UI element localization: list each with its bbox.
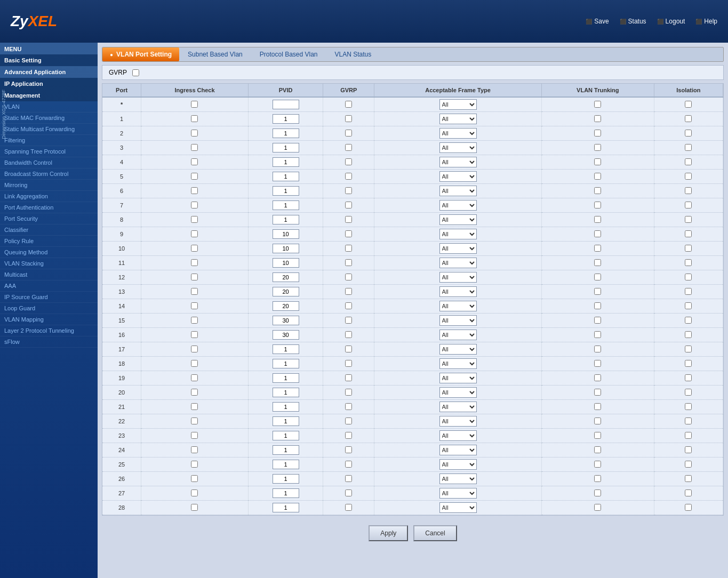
aft-select[interactable]: AllTagged onlyUntagged only <box>439 373 477 383</box>
sidebar-item-filtering[interactable]: Filtering <box>0 135 98 146</box>
aft-select[interactable]: AllTagged onlyUntagged only <box>439 430 477 441</box>
sidebar-item-static-multicast[interactable]: Static Multicast Forwarding <box>0 124 98 135</box>
section-basic[interactable]: Basic Setting <box>0 54 98 66</box>
aft-select[interactable]: AllTagged onlyUntagged only <box>439 445 477 455</box>
vlan-trunking-checkbox[interactable] <box>594 317 601 324</box>
vlan-trunking-checkbox[interactable] <box>594 461 601 468</box>
gvrp-row-checkbox[interactable] <box>345 216 352 223</box>
gvrp-row-checkbox[interactable] <box>345 403 352 410</box>
save-link[interactable]: Save <box>586 18 609 25</box>
gvrp-row-checkbox[interactable] <box>345 101 352 108</box>
vlan-trunking-checkbox[interactable] <box>594 259 601 266</box>
gvrp-row-checkbox[interactable] <box>345 446 352 453</box>
gvrp-row-checkbox[interactable] <box>345 489 352 496</box>
isolation-checkbox[interactable] <box>685 202 692 208</box>
gvrp-row-checkbox[interactable] <box>345 346 352 352</box>
sidebar-item-l2pt[interactable]: Layer 2 Protocol Tunneling <box>0 325 98 336</box>
aft-select[interactable]: AllTagged onlyUntagged only <box>439 402 477 412</box>
pvid-input[interactable] <box>273 301 299 311</box>
isolation-checkbox[interactable] <box>685 144 692 151</box>
vlan-trunking-checkbox[interactable] <box>594 173 601 180</box>
isolation-checkbox[interactable] <box>685 245 692 252</box>
ingress-checkbox[interactable] <box>191 302 198 309</box>
aft-select[interactable]: AllTagged onlyUntagged only <box>439 258 477 268</box>
sidebar-item-sflow[interactable]: sFlow <box>0 336 98 348</box>
logout-link[interactable]: Logout <box>657 18 685 25</box>
sidebar-item-bandwidth[interactable]: Bandwidth Control <box>0 157 98 168</box>
sidebar-item-port-auth[interactable]: Port Authentication <box>0 202 98 213</box>
vlan-trunking-checkbox[interactable] <box>594 475 601 482</box>
isolation-checkbox[interactable] <box>685 475 692 482</box>
vlan-trunking-checkbox[interactable] <box>594 245 601 252</box>
isolation-checkbox[interactable] <box>685 446 692 453</box>
gvrp-row-checkbox[interactable] <box>345 317 352 324</box>
pvid-input[interactable] <box>273 143 299 152</box>
isolation-checkbox[interactable] <box>685 101 692 108</box>
aft-select[interactable]: AllTagged onlyUntagged only <box>439 186 477 196</box>
vlan-trunking-checkbox[interactable] <box>594 331 601 338</box>
vlan-trunking-checkbox[interactable] <box>594 403 601 410</box>
gvrp-row-checkbox[interactable] <box>345 259 352 266</box>
ingress-checkbox[interactable] <box>191 158 198 165</box>
gvrp-row-checkbox[interactable] <box>345 360 352 367</box>
gvrp-row-checkbox[interactable] <box>345 158 352 165</box>
vlan-trunking-checkbox[interactable] <box>594 115 601 122</box>
ingress-checkbox[interactable] <box>191 475 198 482</box>
gvrp-row-checkbox[interactable] <box>345 173 352 180</box>
pvid-input[interactable] <box>273 488 299 498</box>
isolation-checkbox[interactable] <box>685 173 692 180</box>
pvid-input[interactable] <box>273 258 299 268</box>
pvid-input[interactable] <box>273 445 299 455</box>
isolation-checkbox[interactable] <box>685 432 692 439</box>
pvid-input[interactable] <box>273 316 299 325</box>
ingress-checkbox[interactable] <box>191 288 198 295</box>
sidebar-item-aaa[interactable]: AAA <box>0 280 98 292</box>
ingress-checkbox[interactable] <box>191 274 198 280</box>
ingress-checkbox[interactable] <box>191 101 198 108</box>
ingress-checkbox[interactable] <box>191 187 198 194</box>
vlan-trunking-checkbox[interactable] <box>594 432 601 439</box>
aft-select[interactable]: AllTagged onlyUntagged only <box>439 200 477 211</box>
isolation-checkbox[interactable] <box>685 461 692 468</box>
sidebar-item-ip-source[interactable]: IP Source Guard <box>0 292 98 303</box>
vlan-trunking-checkbox[interactable] <box>594 144 601 151</box>
isolation-checkbox[interactable] <box>685 288 692 295</box>
apply-button[interactable]: Apply <box>369 525 408 541</box>
aft-select[interactable]: AllTagged onlyUntagged only <box>439 142 477 153</box>
vlan-trunking-checkbox[interactable] <box>594 418 601 424</box>
vlan-trunking-checkbox[interactable] <box>594 504 601 511</box>
gvrp-row-checkbox[interactable] <box>345 288 352 295</box>
sidebar-item-multicast[interactable]: Multicast <box>0 269 98 280</box>
aft-select[interactable]: AllTagged onlyUntagged only <box>439 473 477 484</box>
ingress-checkbox[interactable] <box>191 331 198 338</box>
ingress-checkbox[interactable] <box>191 144 198 151</box>
gvrp-row-checkbox[interactable] <box>345 461 352 468</box>
vlan-trunking-checkbox[interactable] <box>594 374 601 381</box>
pvid-input[interactable] <box>273 460 299 469</box>
gvrp-row-checkbox[interactable] <box>345 475 352 482</box>
aft-select[interactable]: AllTagged onlyUntagged only <box>439 128 477 139</box>
vlan-trunking-checkbox[interactable] <box>594 288 601 295</box>
aft-select[interactable]: AllTagged onlyUntagged only <box>439 315 477 326</box>
vlan-trunking-checkbox[interactable] <box>594 446 601 453</box>
isolation-checkbox[interactable] <box>685 230 692 237</box>
aft-select[interactable]: AllTagged onlyUntagged only <box>439 272 477 283</box>
vlan-trunking-checkbox[interactable] <box>594 130 601 137</box>
aft-select[interactable]: AllTagged onlyUntagged only <box>439 99 477 110</box>
gvrp-row-checkbox[interactable] <box>345 374 352 381</box>
gvrp-row-checkbox[interactable] <box>345 302 352 309</box>
isolation-checkbox[interactable] <box>685 115 692 122</box>
ingress-checkbox[interactable] <box>191 418 198 424</box>
isolation-checkbox[interactable] <box>685 489 692 496</box>
vlan-trunking-checkbox[interactable] <box>594 274 601 280</box>
aft-select[interactable]: AllTagged onlyUntagged only <box>439 502 477 513</box>
tab-subnet-vlan[interactable]: Subnet Based Vlan <box>179 47 251 61</box>
aft-select[interactable]: AllTagged onlyUntagged only <box>439 488 477 499</box>
isolation-checkbox[interactable] <box>685 130 692 137</box>
gvrp-row-checkbox[interactable] <box>345 230 352 237</box>
sidebar-item-vlan[interactable]: VLAN <box>0 101 98 113</box>
sidebar-item-mirroring[interactable]: Mirroring <box>0 180 98 191</box>
gvrp-row-checkbox[interactable] <box>345 389 352 396</box>
pvid-input[interactable] <box>273 114 299 124</box>
pvid-input[interactable] <box>273 503 299 512</box>
